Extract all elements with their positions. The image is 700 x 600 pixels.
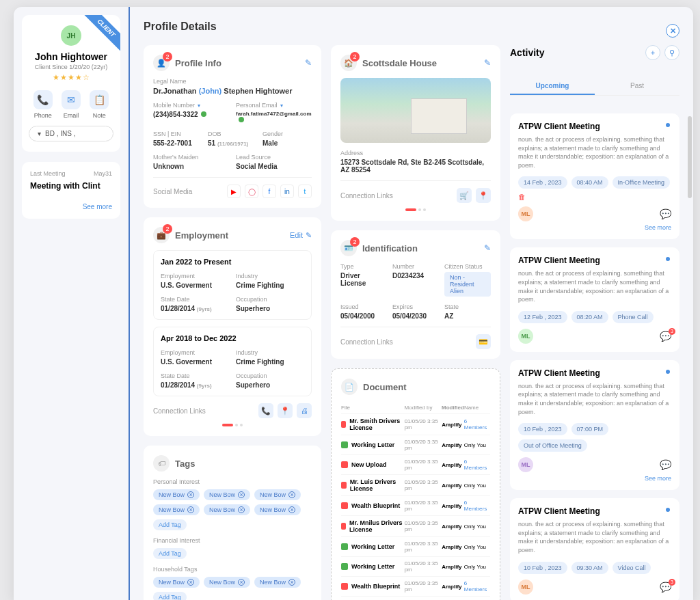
- tag-pill[interactable]: New Bow×: [153, 489, 200, 500]
- document-row[interactable]: Wealth Blueprint 01/05/20 3:35 pm Amplif…: [341, 576, 490, 596]
- youtube-icon[interactable]: ▶: [227, 185, 241, 198]
- type-pill: In-Office Meeting: [612, 176, 670, 189]
- activity-title: ATPW Client Meeting: [518, 506, 671, 516]
- employment-card: 💼2 Employment Edit ✎ Jan 2022 to Present…: [144, 217, 321, 436]
- email-label: Personal Email▾: [236, 102, 312, 109]
- add-activity-button[interactable]: +: [645, 45, 660, 60]
- document-row[interactable]: Mr. Mnilus Drivers License 01/05/20 3:35…: [341, 515, 490, 536]
- profile-info-card: 👤2 Profile Info ✎ Legal Name Dr.Jonathan…: [144, 45, 321, 208]
- card-icon[interactable]: 💳: [476, 334, 491, 349]
- social-label: Social Media: [153, 188, 192, 195]
- legal-name-value: Dr.Jonathan (John) Stephen Hightower: [153, 87, 312, 95]
- legal-name-label: Legal Name: [153, 78, 312, 85]
- type-pill: Out of Office Meeting: [518, 439, 587, 452]
- document-row[interactable]: Mr. Smith Drivers License 01/05/20 3:35 …: [341, 413, 490, 435]
- add-tag-button[interactable]: Add Tag: [153, 519, 187, 530]
- add-tag-button[interactable]: Add Tag: [153, 592, 187, 600]
- phone-button[interactable]: 📞Phone: [33, 90, 53, 119]
- activity-description: noun. the act or process of explaining. …: [518, 382, 671, 416]
- activity-title: ATPW Client Meeting: [518, 256, 671, 265]
- identification-card: 🪪2 Identification ✎ TypeDriver License N…: [331, 230, 500, 359]
- document-row[interactable]: Working Letter 01/05/20 3:35 pm Amplify …: [341, 435, 490, 454]
- tag-pill[interactable]: New Bow×: [153, 577, 200, 588]
- edit-icon[interactable]: ✎: [484, 243, 491, 253]
- activity-title: ATPW Client Meeting: [518, 122, 671, 131]
- time-pill: 07:00 PM: [571, 423, 609, 435]
- document-row[interactable]: Mr. Luis Drivers License 01/05/20 3:35 p…: [341, 474, 490, 495]
- time-pill: 08:40 AM: [571, 176, 608, 189]
- close-button[interactable]: ✕: [666, 24, 679, 38]
- activity-description: noun. the act or process of explaining. …: [518, 269, 671, 303]
- print-icon[interactable]: 🖨: [297, 403, 312, 418]
- tag-pill[interactable]: New Bow×: [254, 489, 301, 500]
- phone-icon[interactable]: 📞: [258, 403, 273, 418]
- time-pill: 09:30 AM: [571, 562, 608, 574]
- add-tag-button[interactable]: Add Tag: [153, 548, 187, 559]
- type-dropdown[interactable]: ▾BD , INS ,: [29, 126, 113, 141]
- edit-icon[interactable]: ✎: [305, 58, 312, 68]
- id-icon: 🪪2: [340, 240, 357, 256]
- chat-icon[interactable]: 💬3: [660, 582, 671, 592]
- citizen-chip: Non - Resident Alien: [444, 272, 491, 297]
- rating-stars: ★★★★☆: [29, 73, 113, 82]
- see-more-link[interactable]: See more: [518, 224, 671, 231]
- tag-pill[interactable]: New Bow×: [254, 577, 301, 588]
- filter-icon[interactable]: ⚲: [664, 45, 679, 60]
- date-pill: 14 Feb , 2023: [518, 176, 567, 189]
- card-title: Profile Info: [175, 58, 221, 68]
- type-pill: Video Call: [612, 562, 651, 574]
- tag-icon: 🏷: [153, 455, 170, 472]
- document-row[interactable]: Working Letter 01/05/20 3:35 pm Amplify …: [341, 536, 490, 556]
- see-more-link[interactable]: See more: [518, 475, 671, 482]
- chat-icon[interactable]: 💬: [660, 208, 671, 219]
- activity-description: noun. the act or process of explaining. …: [518, 135, 671, 169]
- activity-card: ATPW Client Meeting noun. the act or pro…: [510, 113, 679, 239]
- document-row[interactable]: New Upload 01/05/20 3:35 pm Amplify 6 Me…: [341, 454, 490, 474]
- document-row[interactable]: Working Letter 01/05/20 3:35 pm Amplify …: [341, 556, 490, 576]
- status-dot: [666, 123, 670, 127]
- date-pill: 10 Feb , 2023: [518, 562, 567, 574]
- tag-pill[interactable]: New Bow×: [204, 577, 250, 588]
- activity-card: ATPW Client Meeting noun. the act or pro…: [510, 360, 679, 490]
- facebook-icon[interactable]: f: [262, 185, 276, 198]
- document-row[interactable]: Mr. Mnilus Drivers License 01/05/20 3:35…: [341, 596, 490, 600]
- chat-icon[interactable]: 💬3: [660, 331, 671, 342]
- instagram-icon[interactable]: ◯: [245, 185, 258, 198]
- sidebar: CLIENT JH John Hightower Client Since 1/…: [14, 7, 130, 600]
- email-value: farah.fatima7472@gmail.com: [236, 111, 312, 124]
- employment-entry: Apr 2018 to Dec 2022 EmploymentU.S. Gove…: [153, 327, 312, 396]
- tag-pill[interactable]: New Bow×: [204, 504, 250, 515]
- tab-upcoming[interactable]: Upcoming: [510, 78, 595, 95]
- client-card: CLIENT JH John Hightower Client Since 1/…: [22, 15, 120, 152]
- avatar: JH: [61, 25, 81, 46]
- last-meeting-label: Last Meeting: [30, 170, 66, 177]
- twitter-icon[interactable]: t: [298, 185, 312, 198]
- tag-pill[interactable]: New Bow×: [153, 504, 200, 515]
- house-image: [340, 78, 491, 143]
- scrollbar[interactable]: [688, 116, 692, 198]
- document-row[interactable]: Wealth Blueprint 01/05/20 3:35 pm Amplif…: [341, 495, 490, 515]
- activity-description: noun. the act or process of explaining. …: [518, 520, 671, 554]
- tag-pill[interactable]: New Bow×: [204, 489, 250, 500]
- activity-card: ATPW Client Meeting noun. the act or pro…: [510, 247, 679, 351]
- note-button[interactable]: 📋Note: [90, 90, 109, 119]
- location-icon[interactable]: 📍: [476, 188, 491, 203]
- date-pill: 12 Feb , 2023: [518, 311, 567, 323]
- edit-icon[interactable]: ✎: [484, 58, 491, 68]
- cart-icon[interactable]: 🛒: [457, 188, 472, 203]
- linkedin-icon[interactable]: in: [280, 185, 294, 198]
- mobile-label: Mobile Number▾: [153, 102, 229, 109]
- tab-past[interactable]: Past: [595, 78, 679, 95]
- activity-card: ATPW Client Meeting noun. the act or pro…: [510, 498, 679, 600]
- location-icon[interactable]: 📍: [278, 403, 293, 418]
- trash-icon[interactable]: 🗑: [518, 193, 526, 201]
- document-card: 📄 Document File Modified by Modified Nam…: [331, 368, 500, 600]
- tags-card: 🏷 Tags Personal Interest New Bow×New Bow…: [144, 446, 321, 600]
- tag-pill[interactable]: New Bow×: [254, 504, 301, 515]
- chat-icon[interactable]: 💬: [660, 459, 671, 470]
- edit-link[interactable]: Edit ✎: [290, 231, 312, 240]
- avatar: ML: [518, 329, 533, 344]
- client-since: Client Since 1/20/20 (22yr): [29, 64, 113, 70]
- email-button[interactable]: ✉Email: [62, 90, 81, 119]
- see-more-link[interactable]: See more: [30, 203, 112, 210]
